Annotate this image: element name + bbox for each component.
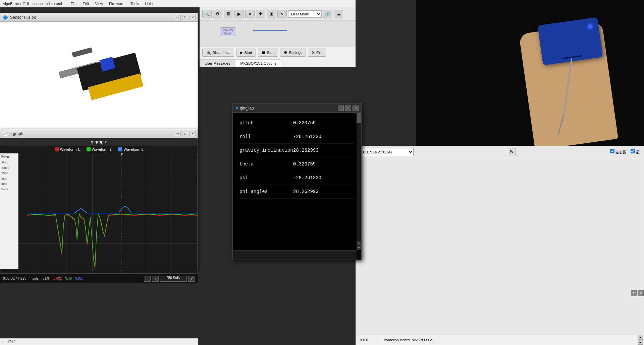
rb-btn-settings[interactable]: ⚙: [631, 290, 637, 296]
qingjiao-label-phi: phi angles: [239, 189, 293, 194]
settings-btn[interactable]: ⚙: [213, 10, 222, 18]
ggraph-maximize-btn[interactable]: [182, 131, 188, 136]
ggraph-minus-btn[interactable]: −: [144, 276, 151, 282]
refresh-btn[interactable]: ↻: [508, 148, 516, 156]
scroll-right-btn[interactable]: ►: [638, 340, 643, 345]
cursor-btn[interactable]: ↖: [277, 10, 287, 18]
cpu-btn[interactable]: 🖥: [224, 10, 233, 18]
filter-item-5[interactable]: Varia: [1, 187, 17, 192]
filter-item-1[interactable]: !Subd: [1, 165, 17, 170]
filter-item-4[interactable]: Inter: [1, 181, 17, 187]
qingjiao-scrollbar[interactable]: [357, 113, 361, 250]
connect-btn[interactable]: 🔗: [323, 10, 332, 18]
checkbox-zuoyou[interactable]: 左右圆: [610, 149, 627, 155]
sensor-fusion-icon: 🔷: [2, 15, 8, 20]
sensor-fusion-maximize-btn[interactable]: [182, 15, 188, 20]
settings-bar-icon: ⚙: [284, 50, 287, 55]
refresh-icon: ↻: [510, 149, 514, 154]
qingjiao-close-btn[interactable]: ✕: [353, 106, 359, 111]
close-icon: [191, 15, 194, 19]
scroll-down-btn[interactable]: [357, 246, 361, 250]
qingjiao-controls: ─ □ ✕: [338, 106, 359, 111]
qingjiao-maximize-btn[interactable]: □: [345, 106, 351, 111]
tabs-bar: User Messages MKSBOX1V1 Options: [200, 58, 356, 67]
ggraph-div-input[interactable]: 250 S/div: [160, 276, 187, 282]
ggraph-time: 0:00:06.744293: [3, 277, 26, 280]
menu-file[interactable]: File: [68, 1, 79, 6]
grid-btn[interactable]: ⊞: [267, 10, 276, 18]
checkbox-display-input[interactable]: [631, 149, 635, 153]
rb-btn-close[interactable]: ✕: [638, 290, 644, 296]
qingjiao-minimize-btn[interactable]: ─: [338, 106, 344, 111]
ggraph-window: 📈 g-graph g-graph: Waveform 1 Waveform 2…: [0, 129, 198, 269]
exit-btn[interactable]: ✕ Exit: [308, 49, 326, 57]
rb-header: PD1911(V1911A) ↻ 左右圆 显 ⚙ ✕: [356, 146, 644, 158]
qingjiao-label-gravity: gravity inclination: [239, 148, 293, 153]
ggraph-grid: 1 0.5 0 -0.5 -1: [14, 153, 198, 273]
top-menubar: AlgoBuilder GUI - sensortitlebox.xml Fil…: [0, 0, 356, 7]
qingjiao-value-pitch: 0.320759: [293, 120, 316, 126]
ggraph-expand-btn[interactable]: ⤢: [188, 276, 195, 282]
zoom-btn[interactable]: 🔍: [202, 10, 212, 18]
stop-btn[interactable]: ✕: [245, 10, 255, 18]
sensor-fusion-titlebar: 🔷 Sensor Fusion: [0, 13, 198, 22]
ggraph-close-btn[interactable]: [190, 131, 196, 136]
filter-item-3[interactable]: Inter: [1, 176, 17, 181]
disconnect-btn[interactable]: 🔌 Disconnect: [202, 49, 234, 57]
qingjiao-scrollbar-thumb[interactable]: [357, 113, 361, 123]
qingjiao-row-roll: roll -28.261320: [239, 130, 355, 144]
qingjiao-title-left: ■ qingjiao: [235, 106, 254, 111]
rb-scroll-controls: ◄ ►: [638, 335, 644, 345]
sensor-fusion-close-btn[interactable]: [190, 15, 196, 20]
scroll-left-btn[interactable]: ◄: [638, 335, 643, 340]
start-btn[interactable]: ▶ Start: [236, 49, 256, 57]
hand-device-area: [523, 1, 631, 145]
sensor-fusion-title-left: 🔷 Sensor Fusion: [2, 15, 36, 20]
minimize-icon: ─: [339, 106, 342, 110]
device-connector: [562, 55, 583, 59]
filter-item-2[interactable]: !Whil: [1, 170, 17, 176]
sensor-fusion-minimize-btn[interactable]: [175, 15, 181, 20]
checkbox-zuoyou-input[interactable]: [610, 149, 614, 153]
robot-3d-viz: [52, 40, 146, 114]
device-select[interactable]: PD1911(V1911A): [360, 148, 414, 156]
filter-label: Filter:: [1, 155, 17, 158]
rb-window-controls: ⚙ ✕: [631, 290, 644, 296]
sidebar-filter: Filter: !ForL !Subd !Whil Inter Inter Va…: [0, 153, 18, 269]
menu-help[interactable]: Help: [143, 1, 156, 6]
waveforms-svg: [27, 153, 198, 273]
ggraph-minimize-btn[interactable]: [175, 131, 181, 136]
waveform2-line: [27, 214, 198, 267]
menu-edit[interactable]: Edit: [80, 1, 92, 6]
maximize-icon: [184, 132, 186, 135]
qingjiao-title: qingjiao: [240, 106, 254, 111]
menu-view[interactable]: View: [92, 1, 106, 6]
ggraph-legend: Waveform 1 Waveform 2 Waveform 3: [0, 146, 198, 153]
mode-select[interactable]: DFU Mode Normal Mode: [288, 10, 322, 18]
play-btn[interactable]: ▶: [234, 10, 244, 18]
tab-user-messages[interactable]: User Messages: [200, 59, 235, 67]
menu-tools[interactable]: Tools: [128, 1, 142, 6]
qingjiao-row-pitch: pitch 0.320759: [239, 116, 355, 130]
cross-btn[interactable]: ✚: [256, 10, 265, 18]
waveform1-line: [27, 214, 198, 269]
legend-dot-3: [118, 147, 122, 151]
checkbox-display[interactable]: 显: [631, 149, 640, 155]
app-title: AlgoBuilder GUI - sensortitlebox.xml: [3, 2, 62, 6]
rb-content-area: [356, 158, 644, 162]
qingjiao-value-psi: -28.261320: [293, 175, 321, 181]
menu-firmware[interactable]: Firmware: [106, 1, 127, 6]
ggraph-bottom: 0:00:06.744293 msg/s = 81.9 -0.002 0.49 …: [0, 273, 198, 283]
stop-btn-bar[interactable]: ⏹ Stop: [258, 49, 278, 57]
tab-mksbox-options[interactable]: MKSBOX1V1 Options: [235, 59, 281, 67]
filter-item-0[interactable]: !ForL: [1, 160, 17, 165]
status-coords: x: -174.2: [3, 340, 16, 344]
close-icon: [191, 132, 194, 135]
qingjiao-label-theta: theta: [239, 161, 293, 167]
qingjiao-value-theta: 0.320759: [293, 161, 316, 167]
settings-btn-bar[interactable]: ⚙ Settings: [280, 49, 306, 57]
ggraph-plus-btn[interactable]: +: [152, 276, 159, 282]
cloud-btn[interactable]: ☁: [334, 10, 343, 18]
scroll-up-btn[interactable]: [357, 241, 361, 246]
ggraph-controls: [175, 131, 196, 136]
